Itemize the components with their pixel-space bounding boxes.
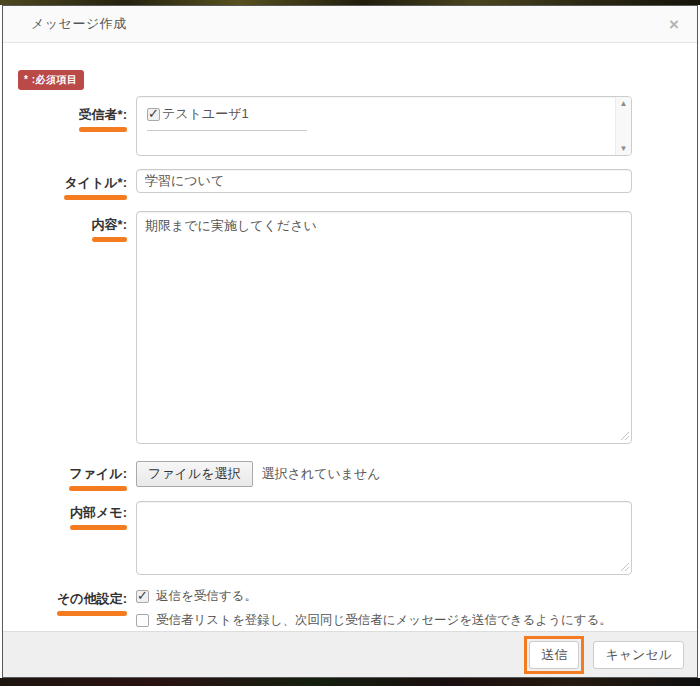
compose-message-modal: メッセージ作成 × * :必須項目 受信者*: テストユーザ1 (2, 5, 698, 678)
recipients-scrollbar[interactable]: ▲ ▼ (615, 97, 631, 155)
recipients-label: 受信者*: (79, 106, 127, 132)
memo-textarea[interactable] (136, 501, 632, 575)
content-row: 内容*: (9, 211, 697, 444)
option-save-recipient-list[interactable]: 受信者リストを登録し、次回同じ受信者にメッセージを送信できるようにする。 (136, 612, 632, 629)
content-label: 内容*: (92, 216, 127, 242)
file-label: ファイル: (69, 465, 127, 491)
recipients-list-box: テストユーザ1 ▲ ▼ (136, 96, 632, 156)
choose-file-button[interactable]: ファイルを選択 (136, 461, 253, 487)
compose-form: 受信者*: テストユーザ1 ▲ ▼ (3, 96, 697, 636)
title-row: タイトル*: (9, 169, 697, 200)
recipient-name: テストユーザ1 (162, 105, 249, 123)
title-label: タイトル*: (64, 174, 127, 200)
scroll-up-icon[interactable]: ▲ (620, 99, 628, 108)
recipient-checkbox[interactable] (147, 108, 160, 121)
scroll-down-icon[interactable]: ▼ (620, 144, 628, 153)
recipient-divider (147, 130, 307, 131)
other-settings-label: その他設定: (57, 590, 127, 616)
title-input[interactable] (136, 169, 632, 193)
save-recipient-list-checkbox[interactable] (136, 614, 149, 627)
send-button[interactable]: 送信 (529, 641, 579, 669)
content-textarea[interactable] (136, 211, 632, 444)
send-button-highlight: 送信 (524, 636, 584, 674)
modal-header: メッセージ作成 × (3, 6, 697, 43)
modal-title: メッセージ作成 (31, 15, 127, 33)
file-status-text: 選択されていません (262, 465, 381, 483)
other-settings-row: その他設定: 返信を受信する。 受信者リストを登録し、次回同じ受信者にメッセージ… (9, 588, 697, 636)
page-backdrop-bottom (0, 678, 700, 686)
required-fields-badge: * :必須項目 (18, 70, 84, 90)
cancel-button[interactable]: キャンセル (593, 641, 684, 669)
memo-label: 内部メモ: (70, 504, 127, 530)
option-receive-replies[interactable]: 返信を受信する。 (136, 588, 632, 605)
modal-footer: 送信 キャンセル (3, 631, 697, 677)
recipients-row: 受信者*: テストユーザ1 ▲ ▼ (9, 96, 697, 156)
close-icon[interactable]: × (669, 16, 679, 33)
file-row: ファイル: ファイルを選択 選択されていません (9, 461, 697, 491)
memo-row: 内部メモ: (9, 501, 697, 575)
recipient-item[interactable]: テストユーザ1 (147, 105, 615, 123)
modal-body: * :必須項目 受信者*: テストユーザ1 (3, 43, 697, 636)
receive-replies-checkbox[interactable] (136, 590, 149, 603)
